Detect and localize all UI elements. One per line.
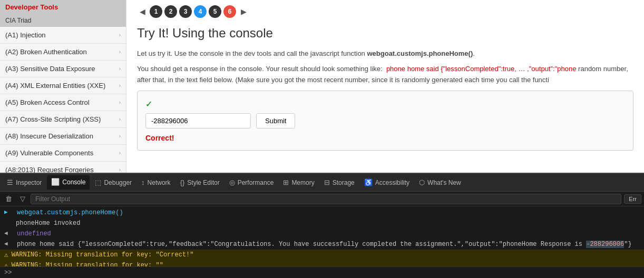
tab-whats-new[interactable]: ⬡ What's New (415, 176, 465, 189)
chevron-icon: › (119, 100, 121, 105)
page-title: Try It! Using the console (137, 26, 633, 41)
nav-btn-2[interactable]: 2 (164, 5, 177, 18)
sidebar-item-label: (A8) Insecure Deserialization (5, 132, 93, 140)
storage-icon: ⊟ (324, 178, 330, 186)
sidebar-item-xss[interactable]: (A7) Cross-Site Scripting (XSS) › (0, 111, 126, 128)
nav-btn-6[interactable]: 6 (223, 5, 236, 18)
output-number: -288296006 (586, 241, 624, 248)
tab-style-editor-label: Style Editor (187, 179, 219, 186)
sidebar-item-request-forgeries[interactable]: (A8:2013) Request Forgeries › (0, 162, 126, 173)
nav-btn-5[interactable]: 5 (209, 5, 221, 18)
sidebar-item-xxe[interactable]: (A4) XML External Entities (XXE) › (0, 77, 126, 94)
output-warning-2: ⚠ WARNING: Missing translation for key: … (0, 260, 644, 266)
sidebar-header: Developer Tools (0, 0, 126, 14)
sidebar-subheader: CIA Triad (0, 14, 126, 27)
tab-storage[interactable]: ⊟ Storage (320, 176, 359, 189)
filter-input[interactable] (31, 194, 621, 204)
chevron-icon: › (119, 32, 121, 38)
output-warning-1: ⚠ WARNING: Missing translation for key: … (0, 250, 644, 260)
tab-performance[interactable]: ◎ Performance (225, 176, 278, 189)
nav-bar: ◀ 1 2 3 4 5 6 ▶ (137, 5, 633, 18)
trash-icon[interactable]: 🗑 (3, 194, 15, 204)
submit-button[interactable]: Submit (256, 113, 295, 128)
style-editor-icon: {} (180, 178, 185, 186)
output-undefined: ◀ undefined (0, 229, 644, 239)
chevron-icon: › (119, 150, 121, 156)
sidebar-item-label: (A3) Sensitive Data Exposure (5, 65, 95, 73)
correct-message: Correct! (145, 134, 625, 142)
content-para2: You should get a response in the console… (137, 64, 633, 86)
chevron-icon: › (119, 167, 121, 173)
sidebar: Developer Tools CIA Triad (A1) Injection… (0, 0, 126, 173)
nav-btn-4[interactable]: 4 (194, 5, 207, 18)
highlight-text: phone home said {"lessonCompleted":true,… (386, 65, 577, 73)
chevron-icon: › (119, 133, 121, 139)
devtools-output: ▶ webgoat.customjs.phoneHome() phoneHome… (0, 206, 644, 266)
sidebar-item-broken-auth[interactable]: (A2) Broken Authentication › (0, 44, 126, 61)
phone-home-input[interactable] (145, 113, 251, 128)
chevron-icon: › (119, 116, 121, 122)
sidebar-item-access-control[interactable]: (A5) Broken Access Control › (0, 94, 126, 111)
form-row: Submit (145, 113, 625, 128)
output-func-text: webgoat.customjs.phoneHome() (17, 208, 123, 217)
filter-icon[interactable]: ▽ (17, 194, 28, 204)
sidebar-item-label: (A2) Broken Authentication (5, 48, 87, 56)
sidebar-item-label: (A5) Broken Access Control (5, 98, 90, 106)
sidebar-item-injection[interactable]: (A1) Injection › (0, 27, 126, 44)
tab-console[interactable]: ⬜ Console (47, 175, 90, 190)
debugger-icon: ⬚ (95, 178, 101, 186)
prompt-chevron: >> (4, 269, 12, 276)
tab-inspector[interactable]: ☰ Inspector (3, 176, 46, 189)
tab-debugger[interactable]: ⬚ Debugger (91, 176, 136, 189)
sidebar-item-label: (A1) Injection (5, 31, 46, 39)
devtools-bottom-bar: >> (0, 266, 644, 278)
nav-prev-button[interactable]: ◀ (137, 6, 148, 17)
output-undefined-text: undefined (17, 229, 51, 239)
form-section: ✓ Submit Correct! (137, 91, 633, 151)
chevron-icon: › (119, 49, 121, 55)
sidebar-item-label: (A7) Cross-Site Scripting (XSS) (5, 115, 101, 123)
sidebar-item-label: (A8:2013) Request Forgeries (5, 166, 94, 173)
warning-icon: ⚠ (4, 261, 8, 266)
tab-network[interactable]: ↕ Network (137, 176, 175, 189)
right-arrow-icon: ▶ (4, 208, 13, 217)
network-icon: ↕ (141, 178, 145, 186)
tab-accessibility[interactable]: ♿ Accessibility (360, 176, 414, 189)
console-icon: ⬜ (51, 178, 60, 186)
inspector-icon: ☰ (7, 178, 13, 186)
tab-memory[interactable]: ⊞ Memory (279, 176, 318, 189)
output-invoked: phoneHome invoked (0, 218, 644, 229)
memory-icon: ⊞ (283, 178, 289, 186)
nav-btn-3[interactable]: 3 (179, 5, 192, 18)
sidebar-item-sensitive-data[interactable]: (A3) Sensitive Data Exposure › (0, 61, 126, 77)
nav-btn-1[interactable]: 1 (150, 5, 162, 18)
tab-storage-label: Storage (333, 179, 355, 186)
tab-whats-new-label: What's New (427, 179, 461, 186)
accessibility-icon: ♿ (364, 178, 373, 186)
warning-text-2: WARNING: Missing translation for key: "" (12, 262, 163, 266)
content-para1: Let us try it. Use the console in the de… (137, 48, 633, 59)
chevron-icon: › (119, 83, 121, 88)
tab-memory-label: Memory (291, 179, 314, 186)
content-area: ◀ 1 2 3 4 5 6 ▶ Try It! Using the consol… (126, 0, 644, 173)
sidebar-item-label: (A4) XML External Entities (XXE) (5, 82, 105, 90)
warning-text-1: WARNING: Missing translation for key: "C… (12, 251, 194, 259)
tab-inspector-label: Inspector (16, 179, 42, 186)
performance-icon: ◎ (229, 178, 235, 186)
checkmark-icon: ✓ (145, 99, 625, 109)
sidebar-item-insecure-deser[interactable]: (A8) Insecure Deserialization › (0, 128, 126, 145)
tab-accessibility-label: Accessibility (375, 179, 409, 186)
output-plain-text: phoneHome invoked (16, 219, 80, 228)
prompt-caret (12, 269, 14, 276)
output-result-text: phone home said {"lessonCompleted":true,… (17, 240, 632, 249)
left-arrow-icon: ◀ (4, 229, 13, 238)
tab-network-label: Network (148, 179, 171, 186)
tab-style-editor[interactable]: {} Style Editor (176, 176, 224, 189)
sidebar-item-vulnerable-components[interactable]: (A9) Vulnerable Components › (0, 145, 126, 162)
devtools-panel: ☰ Inspector ⬜ Console ⬚ Debugger ↕ Netwo… (0, 173, 644, 278)
chevron-icon: › (119, 66, 121, 72)
devtools-tabs: ☰ Inspector ⬜ Console ⬚ Debugger ↕ Netwo… (0, 174, 644, 192)
err-button[interactable]: Err (624, 194, 641, 204)
sidebar-item-label: (A9) Vulnerable Components (5, 149, 93, 157)
nav-next-button[interactable]: ▶ (238, 6, 249, 17)
